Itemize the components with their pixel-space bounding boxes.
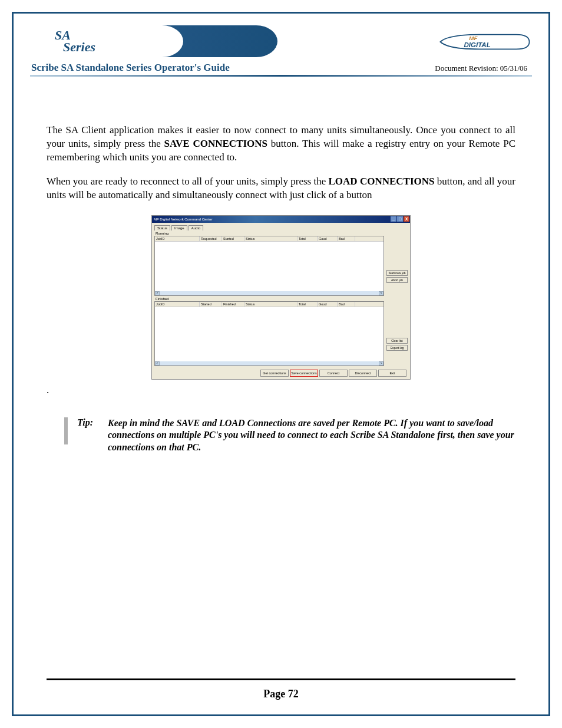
- window-titlebar: MF Digital Network Command Center _ □ X: [152, 216, 410, 223]
- running-label: Running: [156, 232, 408, 235]
- finished-scrollbar[interactable]: < >: [155, 361, 384, 365]
- start-new-job-button[interactable]: Start new job: [386, 270, 408, 276]
- scroll-right-icon[interactable]: >: [379, 291, 384, 295]
- finished-row: JobID Started Finished Status Total Good…: [154, 301, 408, 366]
- scroll-left-icon[interactable]: <: [155, 291, 160, 295]
- page-border: SA Series MF DIGITAL Scribe SA Standalon…: [12, 12, 550, 716]
- get-connections-button[interactable]: Get connections: [260, 370, 289, 377]
- col-jobid[interactable]: JobID: [155, 302, 200, 307]
- app-screenshot: MF Digital Network Command Center _ □ X …: [151, 215, 411, 380]
- col-total[interactable]: Total: [297, 302, 318, 307]
- header-rule: [30, 75, 532, 77]
- running-grid-header: JobID Requested Started Status Total Goo…: [155, 236, 384, 242]
- svg-text:MF: MF: [469, 35, 478, 41]
- running-side: Start new job Abort job: [386, 236, 408, 296]
- exit-button[interactable]: Exit: [378, 370, 406, 377]
- mf-digital-logo: MF DIGITAL: [438, 31, 532, 52]
- col-finished[interactable]: Finished: [222, 302, 244, 307]
- tab-audio[interactable]: Audio: [189, 225, 203, 230]
- col-bad[interactable]: Bad: [338, 236, 355, 241]
- doc-revision: Document Revision: 05/31/06: [435, 64, 527, 73]
- finished-grid-header: JobID Started Finished Status Total Good…: [155, 302, 384, 307]
- tip-bar-icon: [64, 417, 68, 444]
- paragraph-1: The SA Client application makes it easie…: [47, 124, 515, 164]
- col-started[interactable]: Started: [200, 302, 222, 307]
- tab-status[interactable]: Status: [154, 225, 170, 230]
- scroll-right-icon[interactable]: >: [379, 361, 384, 365]
- tabs: Status Image Audio: [154, 225, 408, 230]
- col-status[interactable]: Status: [244, 302, 297, 307]
- col-good[interactable]: Good: [318, 236, 338, 241]
- col-jobid[interactable]: JobID: [155, 236, 200, 241]
- header-bar: Scribe SA Standalone Series Operator's G…: [30, 61, 532, 75]
- tip-marker: [64, 417, 72, 454]
- running-main: JobID Requested Started Status Total Goo…: [154, 236, 384, 296]
- paragraph-2: When you are ready to reconnect to all o…: [47, 175, 515, 202]
- bottom-button-row: Get connections Save connections Connect…: [154, 370, 408, 377]
- header-banner: SA Series MF DIGITAL: [30, 25, 532, 61]
- p2-bold: LOAD CONNECTIONS: [329, 176, 435, 187]
- disconnect-button[interactable]: Disconnect: [349, 370, 377, 377]
- minimize-button[interactable]: _: [391, 216, 396, 222]
- col-bad[interactable]: Bad: [338, 302, 355, 307]
- connect-button[interactable]: Connect: [319, 370, 348, 377]
- window-controls: _ □ X: [391, 216, 409, 222]
- tip-label: Tip:: [77, 417, 103, 454]
- running-grid: JobID Requested Started Status Total Goo…: [154, 236, 384, 296]
- body-content: The SA Client application makes it easie…: [47, 124, 515, 202]
- maximize-button[interactable]: □: [397, 216, 403, 222]
- col-started[interactable]: Started: [222, 236, 244, 241]
- running-row: JobID Requested Started Status Total Goo…: [154, 236, 408, 296]
- window-body: Status Image Audio Running JobID Request…: [152, 223, 410, 379]
- banner-swoosh-light: [30, 25, 183, 57]
- clear-list-button[interactable]: Clear list: [386, 338, 408, 344]
- page-number: Page 72: [14, 688, 548, 700]
- doc-title: Scribe SA Standalone Series Operator's G…: [31, 62, 230, 74]
- export-log-button[interactable]: Export log: [386, 345, 408, 351]
- scroll-left-icon[interactable]: <: [155, 361, 160, 365]
- col-good[interactable]: Good: [318, 302, 338, 307]
- p2-text-a: When you are ready to reconnect to all o…: [47, 176, 329, 187]
- col-total[interactable]: Total: [297, 236, 318, 241]
- finished-grid: JobID Started Finished Status Total Good…: [154, 301, 384, 366]
- sa-series-logo: SA Series: [55, 28, 95, 55]
- p1-bold: SAVE CONNECTIONS: [164, 138, 268, 149]
- running-scrollbar[interactable]: < >: [155, 291, 384, 295]
- stray-period: .: [47, 384, 548, 396]
- tab-image[interactable]: Image: [171, 225, 187, 230]
- logo-series: Series: [63, 39, 95, 55]
- finished-side: Clear list Export log: [386, 301, 408, 366]
- svg-text:DIGITAL: DIGITAL: [464, 41, 490, 48]
- finished-label: Finished: [156, 297, 408, 301]
- footer-rule: [47, 678, 515, 680]
- col-requested[interactable]: Requested: [200, 236, 222, 241]
- finished-main: JobID Started Finished Status Total Good…: [154, 301, 384, 366]
- tip-text: Keep in mind the SAVE and LOAD Connectio…: [108, 417, 515, 454]
- page-header: SA Series MF DIGITAL Scribe SA Standalon…: [30, 25, 532, 77]
- window-title: MF Digital Network Command Center: [154, 218, 213, 221]
- col-status[interactable]: Status: [244, 236, 297, 241]
- abort-job-button[interactable]: Abort job: [386, 277, 408, 283]
- close-button[interactable]: X: [404, 216, 409, 222]
- tip-block: Tip: Keep in mind the SAVE and LOAD Conn…: [64, 417, 515, 454]
- save-connections-button[interactable]: Save connections: [290, 370, 318, 377]
